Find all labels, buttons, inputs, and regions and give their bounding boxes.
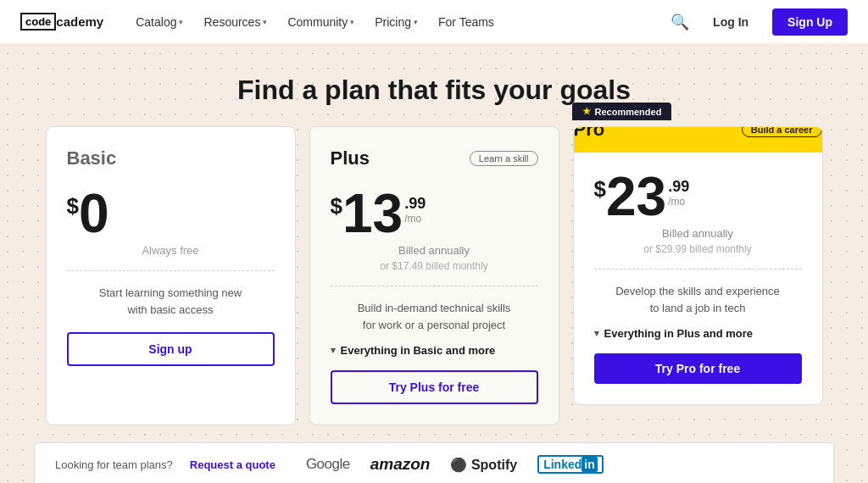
nav-catalog[interactable]: Catalog ▾ [127, 10, 192, 34]
plus-price-decimal: .99 [404, 195, 426, 213]
plus-price-sub: Billed annually [331, 244, 538, 257]
chevron-down-icon: ▾ [331, 345, 336, 356]
pro-badge: Build a career [742, 126, 822, 137]
signup-button[interactable]: Sign Up [772, 8, 848, 36]
basic-card: Basic $ 0 Always free Start learning som… [46, 126, 296, 425]
plus-price-amount: 13 [342, 186, 403, 241]
basic-price-row: $ 0 [67, 186, 275, 241]
request-quote-link[interactable]: Request a quote [190, 458, 275, 471]
hero-section: Find a plan that fits your goals [0, 44, 868, 126]
chevron-down-icon: ▾ [263, 18, 267, 26]
plus-card-header: Plus Learn a skill [331, 147, 538, 169]
chevron-down-icon: ▾ [414, 18, 418, 26]
pro-price-mo: /mo [668, 196, 689, 208]
logo-code: code [20, 13, 56, 31]
pro-price-sub2: or $29.99 billed monthly [594, 243, 802, 255]
logo-academy: cademy [56, 14, 103, 29]
nav-links: Catalog ▾ Resources ▾ Community ▾ Pricin… [127, 10, 670, 34]
nav-actions: 🔍 Log In Sign Up [670, 8, 848, 36]
pricing-cards: Basic $ 0 Always free Start learning som… [0, 126, 868, 425]
pro-price-decimal: .99 [668, 178, 689, 196]
basic-description: Start learning something newwith basic a… [67, 285, 275, 319]
pro-card-body: $ 23 .99 /mo Billed annually or $29.99 b… [574, 169, 822, 404]
pro-cta-button[interactable]: Try Pro for free [594, 353, 802, 384]
google-logo: Google [306, 456, 350, 473]
page-title: Find a plan that fits your goals [20, 75, 848, 106]
basic-divider [67, 270, 275, 271]
pro-price-amount: 23 [606, 169, 666, 224]
search-icon[interactable]: 🔍 [670, 13, 689, 31]
plus-price-mo: /mo [404, 213, 426, 225]
basic-price-note: Always free [67, 244, 275, 257]
basic-price-amount: 0 [79, 186, 109, 241]
team-text: Looking for team plans? [55, 458, 173, 471]
plus-badge: Learn a skill [470, 151, 538, 166]
plus-price-sub2: or $17.49 billed monthly [331, 260, 538, 272]
recommended-banner: ★ Recommended [572, 103, 672, 120]
nav-resources[interactable]: Resources ▾ [195, 10, 275, 34]
navbar: codecademy Catalog ▾ Resources ▾ Communi… [0, 0, 868, 44]
plus-divider [331, 286, 538, 286]
bottom-banner: Looking for team plans? Request a quote … [34, 442, 834, 483]
plus-price-dollar: $ [331, 193, 342, 219]
chevron-down-icon: ▾ [179, 18, 183, 26]
nav-community[interactable]: Community ▾ [279, 10, 363, 34]
pro-everything-row: ▾ Everything in Plus and more [594, 327, 802, 340]
recommended-label: Recommended [595, 107, 662, 117]
pro-card: Pro Build a career $ 23 .99 /mo Billed a… [573, 126, 823, 405]
nav-teams[interactable]: For Teams [430, 10, 503, 34]
pro-price-dollar: $ [594, 176, 606, 203]
plus-cta-button[interactable]: Try Plus for free [331, 370, 538, 404]
plus-everything-row: ▾ Everything in Basic and more [331, 344, 538, 357]
pro-description: Develop the skills and experienceto land… [594, 283, 802, 317]
basic-cta-button[interactable]: Sign up [67, 332, 275, 366]
login-button[interactable]: Log In [703, 10, 759, 34]
pro-yellow-header: Pro Build a career [573, 126, 823, 153]
pro-divider [594, 269, 802, 269]
pro-plan-name: Pro [574, 126, 605, 141]
pro-price-row: $ 23 .99 /mo [594, 169, 802, 224]
basic-plan-name: Basic [67, 147, 117, 169]
company-logos: Google amazon ⚫ Spotify Linkedin [306, 455, 604, 474]
pro-everything-label: Everything in Plus and more [604, 327, 754, 340]
basic-card-header: Basic [67, 147, 275, 169]
amazon-logo: amazon [370, 455, 431, 474]
linkedin-logo: Linkedin [537, 455, 604, 474]
basic-price-dollar: $ [67, 193, 79, 219]
pro-price-sub: Billed annually [594, 227, 802, 240]
chevron-down-icon: ▾ [350, 18, 354, 26]
plus-everything-label: Everything in Basic and more [341, 344, 496, 357]
plus-plan-name: Plus [331, 147, 370, 169]
plus-price-row: $ 13 .99 /mo [331, 186, 538, 241]
chevron-down-icon: ▾ [594, 328, 599, 339]
logo[interactable]: codecademy [20, 13, 103, 31]
plus-card: Plus Learn a skill $ 13 .99 /mo Billed a… [309, 126, 559, 425]
plus-description: Build in-demand technical skillsfor work… [331, 300, 538, 334]
nav-pricing[interactable]: Pricing ▾ [366, 10, 426, 34]
spotify-logo: ⚫ Spotify [450, 457, 517, 473]
star-icon: ★ [582, 106, 591, 117]
